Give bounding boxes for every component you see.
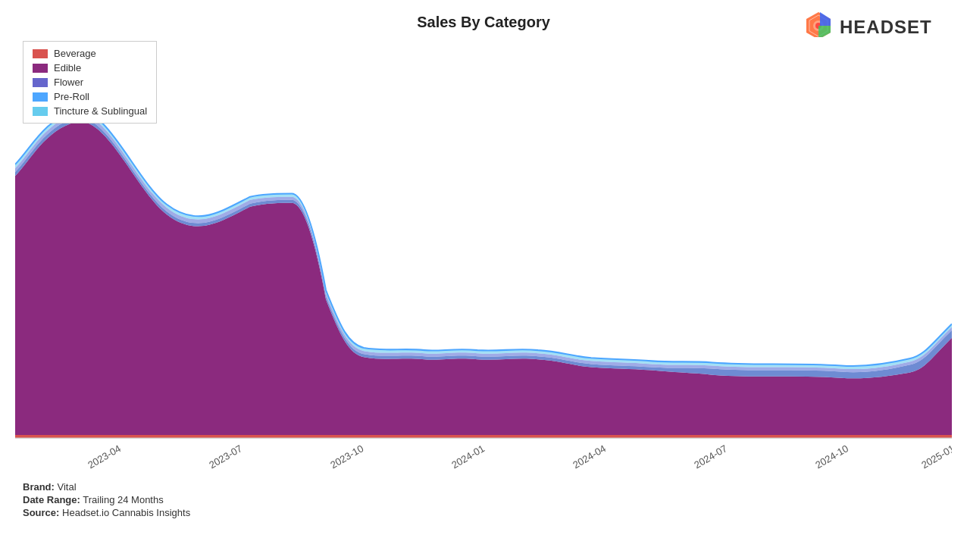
date-range-label: Date Range: (23, 494, 80, 505)
chart-area: Beverage Edible Flower Pre-Roll Tincture… (15, 37, 952, 477)
legend-color-beverage (33, 49, 48, 58)
x-label-5: 2024-04 (571, 443, 608, 471)
x-label-8: 2025-01 (919, 443, 952, 471)
legend-color-flower (33, 78, 48, 87)
legend-color-preroll (33, 92, 48, 102)
legend-label-tincture: Tincture & Sublingual (54, 105, 147, 117)
legend-color-tincture (33, 107, 48, 116)
legend-item-edible: Edible (33, 62, 147, 74)
x-label-6: 2024-07 (692, 443, 729, 471)
x-label-4: 2024-01 (449, 443, 487, 471)
header: Sales By Category HEADSET (0, 0, 967, 37)
page-container: Sales By Category HEADSET (0, 0, 967, 560)
x-label-2: 2023-07 (207, 443, 244, 471)
footer: Brand: Vital Date Range: Trailing 24 Mon… (0, 477, 967, 524)
x-label-7: 2024-10 (813, 443, 850, 471)
legend-item-tincture: Tincture & Sublingual (33, 105, 147, 117)
x-label-1: 2023-04 (86, 443, 123, 471)
brand-value: Vital (58, 481, 77, 493)
chart-title: Sales By Category (417, 14, 550, 31)
date-range-value: Trailing 24 Months (83, 494, 163, 505)
source-value: Headset.io Cannabis Insights (62, 507, 190, 518)
chart-legend: Beverage Edible Flower Pre-Roll Tincture… (23, 41, 157, 124)
svg-text:HEADSET: HEADSET (840, 17, 932, 37)
footer-date-range: Date Range: Trailing 24 Months (23, 494, 944, 505)
legend-item-preroll: Pre-Roll (33, 91, 147, 102)
source-label: Source: (23, 507, 59, 518)
x-label-3: 2023-10 (328, 443, 365, 471)
svg-marker-4 (820, 12, 831, 26)
legend-label-preroll: Pre-Roll (54, 91, 89, 102)
beverage-area (15, 435, 952, 438)
legend-color-edible (33, 64, 48, 73)
legend-label-flower: Flower (54, 77, 83, 88)
legend-label-beverage: Beverage (54, 48, 96, 59)
footer-source: Source: Headset.io Cannabis Insights (23, 507, 944, 518)
footer-brand: Brand: Vital (23, 481, 944, 493)
legend-label-edible: Edible (54, 62, 81, 74)
brand-label: Brand: (23, 481, 55, 493)
legend-item-beverage: Beverage (33, 48, 147, 59)
legend-item-flower: Flower (33, 77, 147, 88)
